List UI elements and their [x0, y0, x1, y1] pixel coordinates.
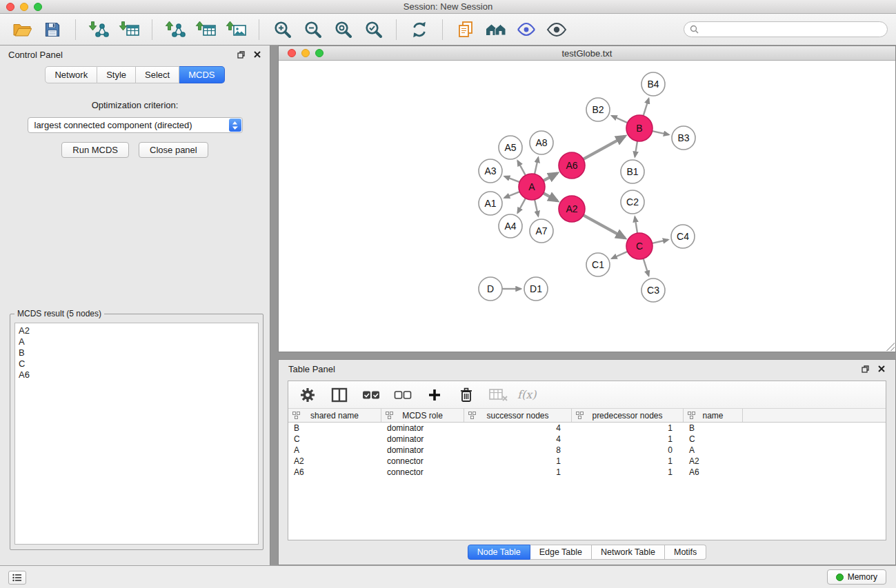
graph-node-C4[interactable]: C4 [671, 225, 695, 248]
table-cell[interactable]: A6 [684, 467, 743, 477]
close-window-button[interactable] [6, 3, 14, 11]
mcds-result-item[interactable]: B [19, 347, 255, 358]
column-header-predecessor-nodes[interactable]: predecessor nodes [572, 409, 684, 422]
float-table-panel-icon[interactable] [861, 365, 870, 374]
mcds-result-item[interactable]: A6 [19, 369, 255, 381]
table-cell[interactable]: 1 [464, 456, 572, 466]
column-header-mcds-role[interactable]: MCDS role [381, 409, 464, 422]
table-cell[interactable]: B [684, 423, 743, 433]
search-input[interactable] [702, 25, 882, 34]
criterion-dropdown[interactable]: largest connected component (directed) [28, 117, 243, 133]
graph-edge-B-B4[interactable] [644, 99, 649, 116]
graph-edge-A-A2[interactable] [544, 193, 557, 201]
delete-table-button[interactable] [486, 383, 510, 407]
graph-node-A8[interactable]: A8 [530, 131, 553, 154]
graph-edge-C-C1[interactable] [612, 252, 628, 258]
network-canvas[interactable]: AA1A2A3A4A5A6A7A8BB1B2B3B4CC1C2C3C4DD1 [279, 61, 895, 352]
function-builder-button[interactable]: f(x) [517, 383, 536, 407]
table-cell[interactable]: 4 [464, 434, 572, 444]
minimize-window-button[interactable] [20, 3, 28, 11]
show-panels-button[interactable] [8, 571, 26, 585]
graph-node-A3[interactable]: A3 [479, 159, 502, 183]
graph-node-A[interactable]: A [519, 174, 545, 200]
table-cell[interactable]: connector [381, 467, 464, 477]
select-all-button[interactable] [359, 383, 384, 407]
export-network-button[interactable] [161, 17, 189, 43]
graph-node-A5[interactable]: A5 [499, 136, 522, 159]
close-panel-button[interactable]: Close panel [139, 142, 208, 158]
export-image-button[interactable] [222, 17, 250, 43]
zoom-window-button[interactable] [34, 3, 42, 11]
graph-edge-B-B1[interactable] [635, 141, 637, 157]
save-session-button[interactable] [39, 17, 66, 43]
network-minimize-button[interactable] [301, 49, 310, 57]
table-cell[interactable]: C [684, 434, 743, 444]
table-cell[interactable]: 1 [572, 423, 684, 433]
column-header-successor-nodes[interactable]: successor nodes [464, 409, 572, 422]
float-panel-icon[interactable] [237, 50, 246, 59]
tab-motifs[interactable]: Motifs [665, 545, 706, 560]
mcds-result-item[interactable]: A [19, 336, 255, 347]
resize-grip[interactable] [886, 343, 895, 351]
close-table-panel-icon[interactable] [877, 365, 886, 374]
zoom-fit-button[interactable] [329, 17, 357, 43]
table-cell[interactable]: connector [381, 456, 464, 466]
toggle-visibility-button[interactable] [543, 17, 570, 43]
graph-edge-A-A5[interactable] [518, 161, 526, 175]
tab-edge-table[interactable]: Edge Table [530, 545, 592, 560]
table-cell[interactable]: A [288, 445, 381, 455]
open-session-button[interactable] [8, 17, 36, 43]
graph-edge-B-B3[interactable] [653, 131, 669, 134]
table-row[interactable]: Bdominator41B [288, 423, 886, 434]
graph-edge-A-A4[interactable] [518, 199, 526, 213]
column-header-name[interactable]: name [684, 409, 743, 422]
table-row[interactable]: Adominator80A [288, 445, 886, 456]
network-close-button[interactable] [288, 49, 296, 57]
graph-edge-A-A7[interactable] [535, 200, 538, 216]
table-cell[interactable]: A2 [684, 456, 743, 466]
zoom-selected-button[interactable] [359, 17, 387, 43]
graph-edge-A-A8[interactable] [535, 157, 538, 174]
graph-edge-A-A1[interactable] [504, 192, 519, 198]
graph-node-D[interactable]: D [479, 277, 502, 301]
add-column-button[interactable] [422, 383, 447, 407]
network-zoom-button[interactable] [315, 49, 323, 57]
table-cell[interactable]: A6 [288, 467, 381, 477]
table-settings-button[interactable] [295, 383, 320, 407]
tab-style[interactable]: Style [97, 66, 136, 83]
tab-network[interactable]: Network [45, 66, 97, 83]
table-cell[interactable]: 1 [572, 467, 684, 477]
table-cell[interactable]: dominator [381, 434, 464, 444]
table-row[interactable]: Cdominator41C [288, 434, 886, 445]
graph-edge-C-C4[interactable] [653, 240, 668, 243]
zoom-in-button[interactable] [268, 17, 296, 43]
delete-column-button[interactable] [454, 383, 479, 407]
table-cell[interactable]: B [288, 423, 381, 433]
import-network-button[interactable] [85, 17, 112, 43]
column-header-shared-name[interactable]: shared name [288, 409, 381, 422]
table-cell[interactable]: dominator [381, 423, 464, 433]
table-cell[interactable]: 0 [572, 445, 684, 455]
tab-network-table[interactable]: Network Table [592, 545, 665, 560]
graph-edge-A-A6[interactable] [544, 173, 557, 181]
graph-node-A6[interactable]: A6 [559, 152, 585, 179]
table-cell[interactable]: A2 [288, 456, 381, 466]
table-cell[interactable]: C [288, 434, 381, 444]
table-cell[interactable]: A [684, 445, 743, 455]
export-table-button[interactable] [192, 17, 219, 43]
table-row[interactable]: A6connector11A6 [288, 467, 886, 478]
graph-node-A1[interactable]: A1 [479, 192, 502, 215]
graph-node-C1[interactable]: C1 [586, 253, 610, 276]
tab-select[interactable]: Select [136, 66, 179, 83]
graph-edge-B-B2[interactable] [612, 116, 628, 123]
table-cell[interactable]: 1 [572, 456, 684, 466]
mcds-result-item[interactable]: A2 [19, 325, 255, 336]
mcds-result-item[interactable]: C [19, 358, 255, 369]
style-preview-button[interactable] [512, 17, 540, 43]
graph-node-A4[interactable]: A4 [499, 214, 522, 238]
reset-view-button[interactable] [482, 17, 510, 43]
graph-edge-C-C2[interactable] [635, 217, 637, 233]
graph-edge-A-A3[interactable] [505, 176, 520, 182]
tab-node-table[interactable]: Node Table [468, 545, 530, 560]
table-cell[interactable]: 1 [464, 467, 572, 477]
